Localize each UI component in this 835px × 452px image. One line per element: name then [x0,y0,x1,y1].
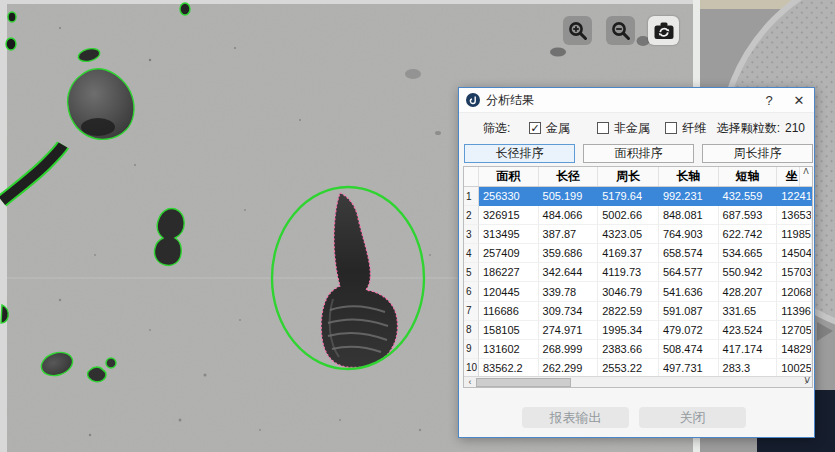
table-cell[interactable]: 120445 [479,282,539,301]
checkbox-box[interactable]: ✓ [529,122,541,134]
table-cell[interactable]: 417.174 [719,340,778,359]
table-cell[interactable]: 14504.3 [777,244,812,263]
table-cell[interactable]: 14829.5 [777,340,812,359]
table-cell[interactable]: 505.199 [539,187,599,206]
checkbox-box[interactable] [665,122,677,134]
table-cell[interactable]: 550.942 [719,263,778,282]
table-cell[interactable]: 158105 [479,321,539,340]
table-cell[interactable]: 4323.05 [598,225,659,244]
table-cell[interactable]: 2383.66 [598,340,659,359]
table-cell[interactable]: 387.87 [539,225,599,244]
table-row[interactable]: 9131602268.9992383.66508.474417.17414829… [464,340,812,359]
table-cell[interactable]: 534.665 [719,244,778,263]
table-row[interactable]: 6120445339.783046.79541.636428.20712068.… [464,282,812,301]
table-cell[interactable]: 764.903 [659,225,719,244]
report-output-button[interactable]: 报表输出 [522,407,629,428]
table-cell[interactable]: 11396.5 [777,302,812,321]
close-button[interactable]: 关闭 [639,407,746,428]
table-cell[interactable]: 658.574 [659,244,719,263]
table-cell[interactable]: 326915 [479,206,539,225]
row-number[interactable]: 3 [464,225,479,244]
scroll-up-arrow[interactable]: ᐱ [800,167,812,186]
table-cell[interactable]: 479.072 [659,321,719,340]
dialog-titlebar[interactable]: 分析结果 ? ✕ [459,88,814,113]
column-header[interactable]: 短轴 [719,167,778,186]
table-cell[interactable]: 257409 [479,244,539,263]
table-row[interactable]: 3313495387.874323.05764.903622.74211985 [464,225,812,244]
scroll-down-arrow[interactable]: ᐯ [805,376,810,385]
table-cell[interactable]: 186227 [479,263,539,282]
table-cell[interactable]: 541.636 [659,282,719,301]
table-cell[interactable]: 313495 [479,225,539,244]
table-cell[interactable]: 591.087 [659,302,719,321]
table-cell[interactable]: 339.78 [539,282,599,301]
table-cell[interactable]: 15703.5 [777,263,812,282]
row-number[interactable]: 6 [464,282,479,301]
sort-by-area-button[interactable]: 面积排序 [583,144,694,163]
row-number[interactable]: 9 [464,340,479,359]
column-header[interactable]: 长轴 [659,167,719,186]
zoom-out-button[interactable] [606,16,635,45]
scroll-left-arrow[interactable]: ‹ [464,377,476,387]
table-cell[interactable]: 3046.79 [598,282,659,301]
table-cell[interactable]: 484.066 [539,206,599,225]
column-header[interactable]: 面积 [479,167,539,186]
camera-refresh-button[interactable] [648,16,679,45]
table-cell[interactable]: 2822.59 [598,302,659,321]
table-cell[interactable]: 359.686 [539,244,599,263]
sort-by-perimeter-button[interactable]: 周长排序 [702,144,813,163]
table-cell[interactable]: 4119.73 [598,263,659,282]
table-row[interactable]: 4257409359.6864169.37658.574534.66514504… [464,244,812,263]
table-cell[interactable]: 423.524 [719,321,778,340]
table-cell[interactable]: 268.999 [539,340,599,359]
table-cell[interactable]: 992.231 [659,187,719,206]
row-number[interactable]: 7 [464,302,479,321]
row-number[interactable]: 5 [464,263,479,282]
horizontal-scrollbar[interactable]: ‹ › [464,376,812,387]
table-row[interactable]: 2326915484.0665002.66848.081687.59313653 [464,206,812,225]
table-cell[interactable]: 622.742 [719,225,778,244]
table-row[interactable]: 5186227342.6444119.73564.577550.94215703… [464,263,812,282]
table-cell[interactable]: 5179.64 [598,187,659,206]
table-cell[interactable]: 5002.66 [598,206,659,225]
table-cell[interactable]: 508.474 [659,340,719,359]
column-header[interactable]: 坐 [777,167,800,186]
close-dialog-button[interactable]: ✕ [784,88,814,113]
table-cell[interactable]: 116686 [479,302,539,321]
help-button[interactable]: ? [754,88,784,113]
checkbox-metal[interactable]: ✓金属 [529,118,570,138]
row-number[interactable]: 8 [464,321,479,340]
checkbox-fiber[interactable]: 纤维 [665,118,706,138]
row-number[interactable]: 2 [464,206,479,225]
row-number[interactable]: 4 [464,244,479,263]
table-header-row[interactable]: 面积长径周长长轴短轴坐ᐱ [464,167,812,187]
table-cell[interactable]: 12705.9 [777,321,812,340]
table-cell[interactable]: 12241.5 [777,187,812,206]
table-cell[interactable]: 432.559 [719,187,778,206]
checkbox-nonmetal[interactable]: 非金属 [597,118,650,138]
hscroll-thumb[interactable] [476,378,571,387]
table-row[interactable]: 1256330505.1995179.64992.231432.55912241… [464,187,812,206]
table-cell[interactable]: 309.734 [539,302,599,321]
row-number[interactable]: 1 [464,187,479,206]
column-header[interactable]: 周长 [598,167,659,186]
table-cell[interactable]: 428.207 [719,282,778,301]
table-cell[interactable]: 4169.37 [598,244,659,263]
table-cell[interactable]: 12068.5 [777,282,812,301]
table-cell[interactable]: 13653 [777,206,812,225]
table-cell[interactable]: 274.971 [539,321,599,340]
column-header[interactable] [464,167,479,186]
table-row[interactable]: 8158105274.9711995.34479.072423.52412705… [464,321,812,340]
column-header[interactable]: 长径 [539,167,599,186]
results-table[interactable]: 面积长径周长长轴短轴坐ᐱ 1256330505.1995179.64992.23… [463,166,813,388]
checkbox-box[interactable] [597,122,609,134]
table-cell[interactable]: 564.577 [659,263,719,282]
table-cell[interactable]: 11985 [777,225,812,244]
sort-by-length-button[interactable]: 长径排序 [464,144,575,163]
table-body[interactable]: 1256330505.1995179.64992.231432.55912241… [464,187,812,378]
zoom-in-button[interactable] [563,16,592,45]
table-cell[interactable]: 131602 [479,340,539,359]
table-cell[interactable]: 848.081 [659,206,719,225]
table-row[interactable]: 7116686309.7342822.59591.087331.6511396.… [464,302,812,321]
table-cell[interactable]: 687.593 [719,206,778,225]
